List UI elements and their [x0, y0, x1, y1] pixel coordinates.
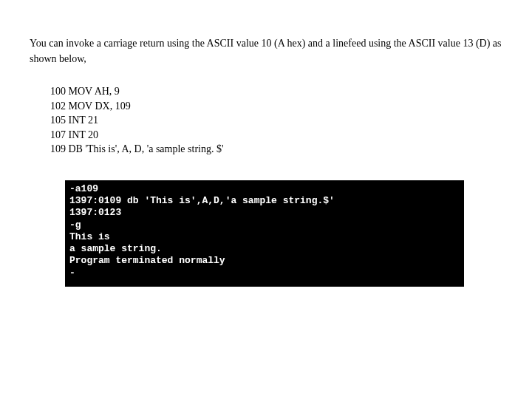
- code-line: 107 INT 20: [50, 128, 502, 143]
- terminal-line: -: [69, 267, 460, 279]
- code-line: 109 DB 'This is', A, D, 'a sample string…: [50, 142, 502, 157]
- terminal-line: -g: [69, 219, 460, 231]
- code-line: 105 INT 21: [50, 113, 502, 128]
- code-line: 100 MOV AH, 9: [50, 84, 502, 99]
- intro-paragraph: You can invoke a carriage return using t…: [30, 35, 502, 66]
- terminal-line: a sample string.: [69, 243, 460, 255]
- terminal-line: 1397:0109 db 'This is',A,D,'a sample str…: [69, 195, 460, 207]
- assembly-code-block: 100 MOV AH, 9 102 MOV DX, 109 105 INT 21…: [50, 84, 502, 157]
- terminal-line: -a109: [69, 183, 460, 195]
- terminal-line: This is: [69, 231, 460, 243]
- terminal-line: 1397:0123: [69, 207, 460, 219]
- terminal-line: Program terminated normally: [69, 255, 460, 267]
- terminal-output: -a109 1397:0109 db 'This is',A,D,'a samp…: [65, 180, 464, 287]
- code-line: 102 MOV DX, 109: [50, 99, 502, 114]
